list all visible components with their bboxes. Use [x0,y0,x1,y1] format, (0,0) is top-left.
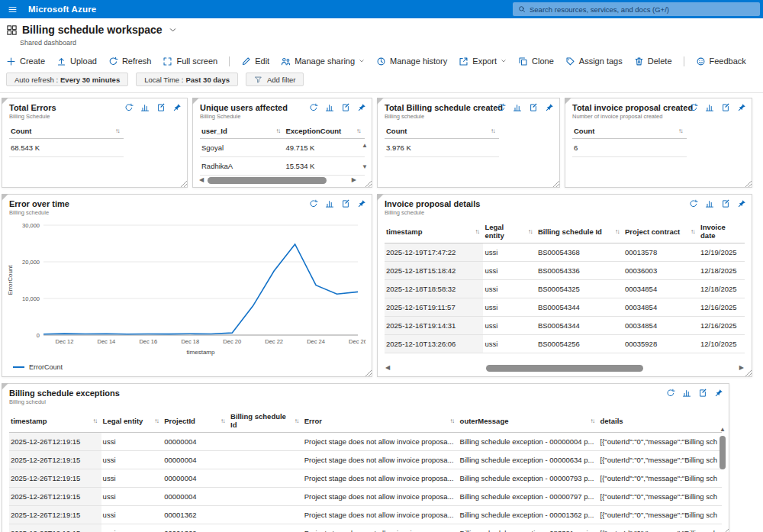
edit-query-icon[interactable] [721,103,730,112]
edit-query-icon[interactable] [698,389,707,398]
table-row[interactable]: 68.543 K [9,139,124,157]
refresh-icon[interactable] [309,199,318,208]
edit-query-icon[interactable] [529,103,538,112]
column-header[interactable]: ProjectId↑↓ [163,408,229,433]
column-header[interactable]: Billing schedule Id↑↓ [536,219,623,243]
edit-query-icon[interactable] [721,199,730,208]
tile-resize-handle[interactable] [744,179,752,187]
chevron-down-icon[interactable] [169,26,177,34]
pin-icon[interactable] [714,389,723,398]
toolbar-upload[interactable]: Upload [56,56,97,66]
refresh-icon[interactable] [666,389,675,398]
hamburger-menu-icon[interactable] [8,5,18,15]
scroll-right-icon[interactable]: ▶ [739,365,744,371]
toolbar-manage-history[interactable]: Manage history [376,56,447,66]
vertical-scrollbar[interactable]: ▲ [719,427,726,469]
sort-icon[interactable]: ↑↓ [356,127,360,134]
sort-icon[interactable]: ↑↓ [491,127,494,134]
scroll-thumb[interactable] [720,436,726,469]
sort-icon[interactable]: ↑↓ [528,228,532,235]
pin-icon[interactable] [357,103,366,112]
scroll-track[interactable] [208,177,348,184]
pin-icon[interactable] [737,103,746,112]
edit-query-icon[interactable] [341,103,350,112]
table-row[interactable]: 2025-12-26T12:19:15ussi00000004Project s… [9,469,722,488]
toolbar-create[interactable]: Create [6,56,45,66]
scroll-track[interactable] [394,365,736,372]
table-row[interactable]: 2025-12-18T15:18:42ussiBS000543360003600… [385,262,745,280]
chart-icon[interactable] [140,103,150,112]
toolbar-manage-sharing[interactable]: Manage sharing [281,56,365,66]
toolbar-full-screen[interactable]: Full screen [163,56,217,66]
table-row[interactable]: 2025-12-26T12:19:15ussi00000004Project s… [9,488,722,506]
column-header[interactable]: Count↑↓ [9,123,124,139]
pin-icon[interactable] [357,199,366,208]
sort-icon[interactable]: ↑↓ [691,228,694,235]
sort-icon[interactable]: ↑↓ [295,418,298,424]
global-search[interactable] [513,2,760,16]
table-row[interactable]: 2025-12-26T12:19:15ussi00001362Project s… [9,506,722,524]
refresh-icon[interactable] [309,103,318,112]
refresh-icon[interactable] [689,103,698,112]
chart-icon[interactable] [682,389,691,398]
chart-icon[interactable] [513,103,522,112]
chart-icon[interactable] [325,103,334,112]
table-row[interactable]: 2025-12-26T12:19:15ussi00000004Project s… [9,433,722,451]
toolbar-clone[interactable]: Clone [518,56,554,66]
column-header[interactable]: user_Id↑↓ [200,123,284,139]
column-header[interactable]: timestamp↑↓ [9,408,101,433]
column-header[interactable]: Invoice date [699,219,745,243]
sort-icon[interactable]: ↑↓ [475,228,478,235]
sort-icon[interactable]: ↑↓ [615,228,619,235]
toolbar-edit[interactable]: Edit [241,56,269,66]
sort-icon[interactable]: ↑↓ [450,418,454,424]
tile-resize-handle[interactable] [364,179,372,187]
column-header[interactable]: ExceptionCount↑↓ [284,123,365,139]
column-header[interactable]: outerMessage↑↓ [459,408,599,433]
sort-icon[interactable]: ↑↓ [221,418,224,424]
column-header[interactable]: Legal entity↑↓ [483,219,536,243]
table-row[interactable]: RadhikaA15.534 K [200,157,365,176]
tile-resize-handle[interactable] [552,179,559,187]
sort-icon[interactable]: ↑↓ [590,418,594,424]
column-header[interactable]: details [598,408,722,433]
scroll-right-icon[interactable]: ▶ [352,177,356,183]
search-input[interactable] [530,5,755,14]
edit-query-icon[interactable] [156,103,166,112]
toolbar-feedback[interactable]: Feedback [696,56,746,66]
refresh-icon[interactable] [689,199,698,208]
table-row[interactable]: 2025-12-16T19:14:31ussiBS000543440003485… [385,317,745,335]
scroll-up-icon[interactable]: ▲ [720,427,726,433]
pin-icon[interactable] [172,103,182,112]
toolbar-assign-tags[interactable]: Assign tags [565,56,623,66]
scroll-left-icon[interactable]: ◀ [199,177,204,183]
table-row[interactable]: 2025-12-26T12:19:15ussi00001362Project s… [9,524,722,532]
sort-icon[interactable]: ↑↓ [115,127,119,134]
table-row[interactable]: 3.976 K [385,139,499,157]
scroll-down-icon[interactable]: ▼ [362,164,368,170]
brand-title[interactable]: Microsoft Azure [28,5,96,14]
add-filter-button[interactable]: Add filter [246,73,304,86]
column-header[interactable]: timestamp↑↓ [385,219,483,243]
pin-icon[interactable] [545,103,554,112]
sort-icon[interactable]: ↑↓ [678,127,682,134]
tile-resize-handle[interactable] [744,369,752,376]
refresh-icon[interactable] [497,103,506,112]
chart-legend[interactable]: ErrorCount [13,363,63,371]
column-header[interactable]: Project contract↑↓ [623,219,699,243]
scroll-thumb[interactable] [486,365,643,372]
toolbar-refresh[interactable]: Refresh [108,56,152,66]
horizontal-scrollbar[interactable]: ◀ ▶ [199,176,356,185]
column-header[interactable]: Billing schedule Id↑↓ [229,408,303,433]
sort-icon[interactable]: ↑↓ [93,418,97,424]
chart-icon[interactable] [325,199,334,208]
chart-icon[interactable] [705,199,714,208]
tile-resize-handle[interactable] [179,179,187,187]
scroll-thumb[interactable] [208,177,327,184]
column-header[interactable]: Count↑↓ [572,123,687,139]
scroll-left-icon[interactable]: ◀ [385,365,390,371]
column-header[interactable]: Error↑↓ [303,408,459,433]
toolbar-export[interactable]: Export [459,56,507,66]
column-header[interactable]: Legal entity↑↓ [101,408,163,433]
table-row[interactable]: 2025-12-16T19:11:57ussiBS000543440003485… [385,298,745,317]
